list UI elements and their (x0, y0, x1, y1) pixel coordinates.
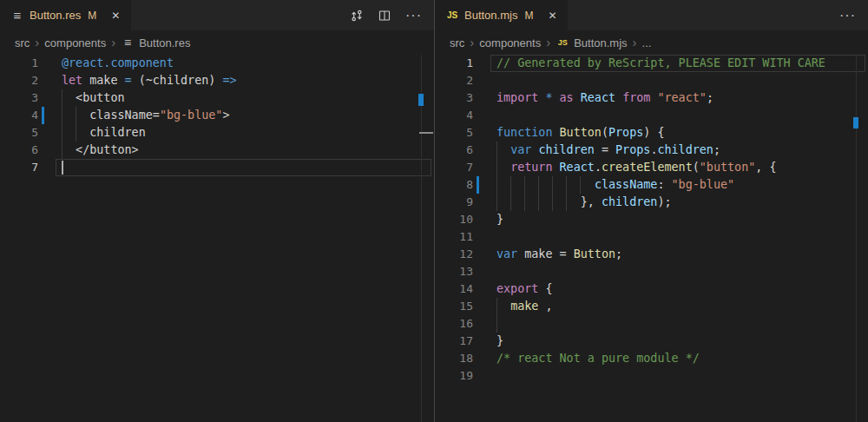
code-line[interactable]: 12var make = Button; (435, 246, 868, 263)
breadcrumb-item[interactable]: ... (642, 36, 652, 49)
code-line[interactable]: 8 className: "bg-blue" (435, 176, 868, 194)
code-line[interactable]: 3import * as React from "react"; (435, 89, 868, 107)
line-number[interactable]: 16 (435, 315, 473, 333)
indent-guide (62, 142, 62, 159)
token: children (602, 195, 658, 208)
breadcrumb-item[interactable]: ≡Button.res (121, 36, 190, 49)
line-number[interactable]: 1 (0, 55, 38, 72)
code-editor-button-res[interactable]: 1@react.component2let make = (~children)… (0, 55, 434, 422)
token: . (595, 161, 602, 174)
tab-button-res[interactable]: ≡ Button.res M ✕ (0, 0, 131, 30)
code-line[interactable]: 13 (435, 263, 868, 280)
indent-guide (580, 176, 581, 194)
breadcrumb-label: src (15, 36, 30, 49)
breadcrumb-label: src (450, 36, 464, 49)
code-line[interactable]: 2let make = (~children) => (0, 72, 434, 89)
line-number[interactable]: 7 (435, 159, 473, 176)
breadcrumb-item[interactable]: components (44, 36, 106, 49)
more-actions-button[interactable]: ··· (839, 11, 856, 20)
breadcrumb-item[interactable]: src (15, 36, 30, 49)
line-number[interactable]: 8 (435, 176, 473, 194)
code-line[interactable]: 16 (435, 315, 868, 333)
code-line[interactable]: 17} (435, 333, 868, 350)
code-line[interactable]: 4 className="bg-blue"> (0, 107, 434, 124)
line-number[interactable]: 6 (0, 142, 38, 159)
code-text: } (496, 333, 852, 350)
close-icon[interactable]: ✕ (545, 8, 559, 23)
code-line[interactable]: 3 <button (0, 89, 434, 107)
line-number[interactable]: 7 (0, 159, 38, 176)
indent-guide (496, 298, 497, 315)
line-number[interactable]: 4 (435, 107, 473, 124)
line-number[interactable]: 17 (435, 333, 473, 350)
breadcrumbs-left: src›components›≡Button.res (0, 30, 434, 55)
code-line[interactable]: 1// Generated by ReScript, PLEASE EDIT W… (435, 55, 868, 72)
line-number[interactable]: 3 (0, 89, 38, 107)
line-number[interactable]: 1 (435, 55, 473, 72)
code-line[interactable]: 1@react.component (0, 55, 434, 72)
line-number[interactable]: 18 (435, 350, 473, 367)
line-number[interactable]: 9 (435, 194, 473, 211)
compare-changes-button[interactable] (350, 9, 364, 23)
indent-guide (538, 176, 539, 194)
line-number[interactable]: 6 (435, 142, 473, 159)
chevron-right-icon: › (545, 37, 551, 48)
breadcrumbs-right: src›components›JSButton.mjs›... (435, 30, 868, 55)
breadcrumb-item[interactable]: src (450, 36, 464, 49)
code-text: <button (62, 89, 418, 107)
tab-button-mjs[interactable]: JS Button.mjs M ✕ (435, 0, 568, 30)
chevron-right-icon: › (34, 37, 40, 48)
code-line[interactable]: 6 var children = Props.children; (435, 142, 868, 159)
code-line[interactable]: 10} (435, 211, 868, 228)
token: let (62, 74, 82, 87)
code-line[interactable]: 9 }, children); (435, 194, 868, 211)
line-number[interactable]: 14 (435, 280, 473, 298)
line-number[interactable]: 10 (435, 211, 473, 228)
token: Props (608, 126, 643, 139)
code-line[interactable]: 4 (435, 107, 868, 124)
line-number[interactable]: 11 (435, 228, 473, 246)
token: /* react Not a pure module */ (496, 352, 700, 365)
token: make (524, 247, 552, 260)
more-actions-button[interactable]: ··· (405, 11, 422, 20)
code-line[interactable]: 14export { (435, 280, 868, 298)
overview-ruler-modified-decoration (853, 117, 858, 129)
code-text: return React.createElement("button", { (496, 159, 852, 176)
line-number[interactable]: 2 (435, 72, 473, 89)
line-number[interactable]: 19 (435, 367, 473, 385)
code-line[interactable]: 11 (435, 228, 868, 246)
code-line[interactable]: 15 make , (435, 298, 868, 315)
code-line[interactable]: 7 return React.createElement("button", { (435, 159, 868, 176)
breadcrumb-label: components (44, 36, 106, 49)
token: , (538, 300, 552, 313)
editor-actions-left: ··· (350, 0, 434, 30)
line-number[interactable]: 5 (0, 124, 38, 142)
code-line[interactable]: 18/* react Not a pure module */ (435, 350, 868, 367)
code-line[interactable]: 2 (435, 72, 868, 89)
breadcrumb-item[interactable]: components (479, 36, 541, 49)
line-number[interactable]: 3 (435, 89, 473, 107)
line-number[interactable]: 13 (435, 263, 473, 280)
code-line[interactable]: 19 (435, 367, 868, 385)
token (553, 126, 560, 139)
code-line[interactable]: 5function Button(Props) { (435, 124, 868, 142)
line-number[interactable]: 15 (435, 298, 473, 315)
code-line[interactable]: 6 </button> (0, 142, 434, 159)
split-editor-button[interactable] (378, 9, 391, 23)
token: = (125, 74, 132, 87)
code-editor-button-mjs[interactable]: 1// Generated by ReScript, PLEASE EDIT W… (435, 55, 868, 422)
current-line-highlight (56, 159, 431, 176)
line-number[interactable]: 2 (0, 72, 38, 89)
editor-actions-right: ··· (839, 0, 868, 30)
line-number[interactable]: 12 (435, 246, 473, 263)
breadcrumb-item[interactable]: JSButton.mjs (556, 36, 627, 49)
code-text: // Generated by ReScript, PLEASE EDIT WI… (496, 55, 852, 72)
line-number[interactable]: 5 (435, 124, 473, 142)
close-icon[interactable]: ✕ (108, 8, 122, 23)
code-line[interactable]: 7 (0, 159, 434, 176)
code-text: let make = (~children) => (62, 72, 418, 89)
code-line[interactable]: 5 children (0, 124, 434, 142)
line-number[interactable]: 4 (0, 107, 38, 124)
token (496, 143, 510, 156)
code-text: function Button(Props) { (496, 124, 852, 142)
